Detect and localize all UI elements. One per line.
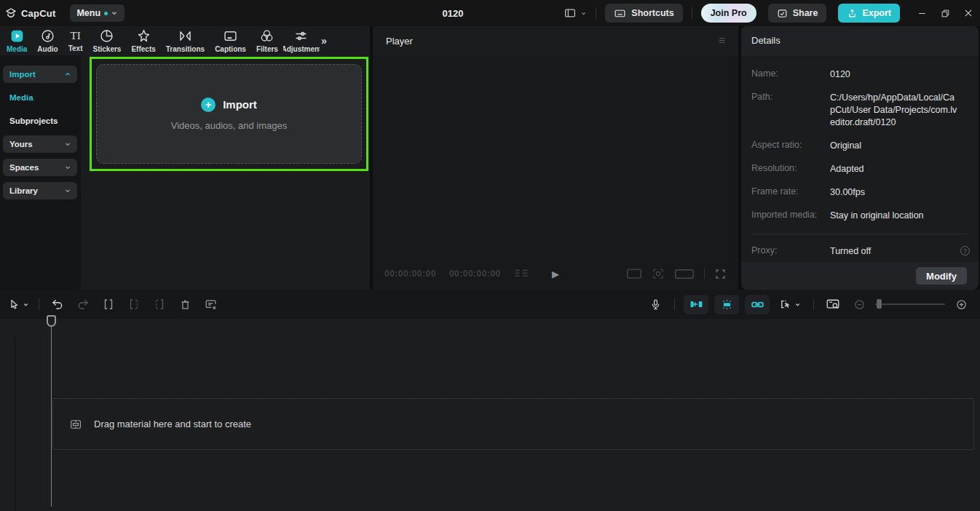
maximize-button[interactable] (933, 0, 957, 26)
workspace-layout-button[interactable] (564, 7, 587, 20)
preview-axis-toggle[interactable] (714, 295, 739, 314)
sidebar-item-subprojects[interactable]: Subprojects (3, 112, 77, 130)
fullscreen-icon[interactable] (714, 268, 727, 280)
detail-label: Name: (751, 68, 830, 81)
details-panel: Details Name: 0120 Path: C:/Users/hp/App… (741, 26, 979, 290)
highlight-frame: + Import Videos, audios, and images (90, 57, 368, 171)
sidebar-item-label: Subprojects (9, 116, 58, 125)
help-icon[interactable]: ? (960, 246, 970, 256)
split-button[interactable] (98, 294, 119, 314)
tab-label: Effects (131, 45, 155, 53)
magnetic-snap-toggle[interactable] (684, 295, 708, 314)
sidebar-item-label: Import (9, 70, 36, 79)
shortcuts-button[interactable]: Shortcuts (605, 4, 682, 23)
delete-right-button[interactable] (149, 294, 170, 314)
chevron-down-icon (64, 140, 71, 148)
zoom-in-icon[interactable] (951, 294, 971, 314)
frame-details-icon[interactable] (514, 268, 529, 280)
tab-transitions[interactable]: Transitions (161, 26, 210, 55)
audio-icon (40, 28, 55, 44)
fit-canvas-icon[interactable] (652, 267, 665, 280)
remove-caption-button[interactable] (200, 294, 221, 314)
play-button[interactable]: ▶ (552, 269, 559, 280)
shortcuts-label: Shortcuts (631, 8, 673, 18)
tab-filters[interactable]: Filters (251, 26, 283, 55)
more-tabs-button[interactable]: » (321, 35, 327, 47)
media-content-area: + Import Videos, audios, and images (80, 55, 370, 290)
detail-label: Path: (751, 92, 830, 129)
menu-notification-dot (104, 12, 108, 15)
ratio-icon[interactable] (626, 268, 642, 280)
timeline-area[interactable]: Drag material here and start to create (0, 319, 980, 511)
resize-canvas-icon[interactable] (674, 269, 695, 280)
detail-row-name: Name: 0120 (751, 68, 968, 81)
close-button[interactable] (957, 0, 980, 26)
select-tool-button[interactable] (6, 294, 31, 314)
tab-effects[interactable]: Effects (126, 26, 160, 55)
capcut-logo-icon (5, 7, 17, 19)
menu-button[interactable]: Menu (70, 4, 125, 22)
delete-button[interactable] (175, 294, 195, 314)
edit-mode-dropdown[interactable] (775, 294, 805, 314)
tab-media[interactable]: Media (1, 26, 32, 55)
sidebar-item-spaces[interactable]: Spaces (3, 159, 77, 176)
sidebar-item-yours[interactable]: Yours (3, 135, 77, 153)
playhead-handle[interactable] (47, 315, 56, 327)
tab-adjustment[interactable]: Adjustment (283, 26, 320, 55)
ribbon-tab-bar: Media Audio TI Text Stickers (0, 26, 370, 55)
modify-button[interactable]: Modify (916, 267, 967, 285)
menu-label: Menu (76, 8, 100, 18)
detail-row-path: Path: C:/Users/hp/AppData/Local/CapCut/U… (751, 92, 968, 129)
slider-handle[interactable] (877, 299, 882, 309)
minimize-button[interactable] (910, 0, 933, 26)
join-pro-button[interactable]: Join Pro (701, 4, 756, 23)
sidebar-item-label: Media (9, 93, 33, 102)
timeline-toolbar (0, 290, 980, 319)
effects-icon (136, 28, 151, 44)
tab-label: Adjustment (283, 45, 320, 53)
undo-button[interactable] (47, 294, 68, 314)
record-voiceover-button[interactable] (645, 294, 665, 314)
slider-track[interactable] (875, 304, 945, 305)
sidebar-item-library[interactable]: Library (3, 182, 77, 199)
timeline-zoom-slider[interactable] (875, 304, 945, 305)
detail-value: C:/Users/hp/AppData/Local/CapCut/User Da… (830, 92, 958, 129)
player-menu-icon[interactable]: ≡ (719, 34, 725, 47)
redo-button[interactable] (73, 294, 93, 314)
detail-label: Resolution: (751, 163, 830, 175)
import-dropzone[interactable]: + Import Videos, audios, and images (96, 64, 362, 164)
detail-value: Adapted (830, 163, 958, 175)
details-footer: Modify (741, 262, 979, 290)
share-label: Share (793, 8, 818, 18)
detail-row-imported-media: Imported media: Stay in original locatio… (751, 210, 968, 222)
divider (704, 269, 705, 279)
project-title: 0120 (443, 0, 464, 26)
player-controls: 00:00:00:00 00:00:00:00 ▶ (373, 258, 738, 290)
adjustment-icon (293, 28, 309, 44)
share-button[interactable]: Share (768, 4, 827, 23)
tab-label: Captions (215, 45, 246, 53)
timeline-dropzone[interactable]: Drag material here and start to create (52, 398, 974, 450)
delete-left-button[interactable] (124, 294, 144, 314)
player-panel: Player ≡ 00:00:00:00 00:00:00:00 ▶ (373, 26, 738, 290)
chevron-up-icon (64, 71, 71, 78)
sidebar-item-label: Library (9, 186, 38, 195)
chevron-down-icon (64, 164, 71, 171)
asset-panel: Media Audio TI Text Stickers (0, 26, 370, 290)
link-clips-toggle[interactable] (745, 295, 770, 314)
zoom-out-icon[interactable] (849, 294, 869, 314)
tab-text[interactable]: TI Text (63, 26, 88, 55)
playhead-line[interactable] (51, 325, 52, 507)
sidebar-item-import[interactable]: Import (3, 66, 77, 83)
sidebar-item-media[interactable]: Media (3, 89, 77, 106)
tab-stickers[interactable]: Stickers (88, 26, 127, 55)
tab-audio[interactable]: Audio (32, 26, 63, 55)
current-timecode: 00:00:00:00 (384, 269, 436, 279)
preview-thumbnail-button[interactable] (823, 294, 843, 314)
export-button[interactable]: Export (838, 4, 900, 23)
export-icon (847, 8, 858, 19)
sidebar-item-label: Spaces (9, 163, 39, 172)
export-label: Export (862, 8, 891, 18)
detail-value: Stay in original location (830, 210, 958, 222)
tab-captions[interactable]: Captions (210, 26, 251, 55)
